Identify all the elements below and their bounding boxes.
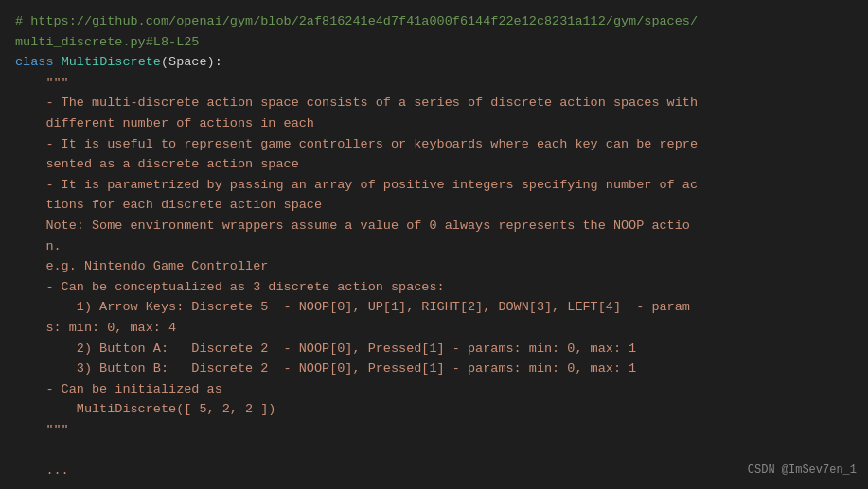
code-line-8: sented as a discrete action space	[15, 154, 853, 175]
code-line-23: ...	[15, 461, 853, 481]
code-line-3: class MultiDiscrete(Space):	[15, 52, 853, 73]
code-line-22	[15, 440, 853, 461]
code-line-9: - It is parametrized by passing an array…	[15, 175, 853, 196]
code-line-7: - It is useful to represent game control…	[15, 134, 853, 155]
code-line-5: - The multi-discrete action space consis…	[15, 93, 853, 114]
code-line-21: """	[15, 420, 853, 441]
code-line-10: tions for each discrete action space	[15, 195, 853, 216]
code-line-11: Note: Some environment wrappers assume a…	[15, 216, 853, 236]
code-line-1: # https://github.com/openai/gym/blob/2af…	[15, 11, 853, 32]
code-line-13: e.g. Nintendo Game Controller	[15, 256, 853, 277]
code-line-14: - Can be conceptualized as 3 discrete ac…	[15, 277, 853, 298]
code-line-4: """	[15, 73, 853, 94]
code-line-16: s: min: 0, max: 4	[15, 318, 853, 339]
code-container: # https://github.com/openai/gym/blob/2af…	[0, 0, 868, 489]
code-line-19: - Can be initialized as	[15, 379, 853, 400]
code-line-12: n.	[15, 236, 853, 257]
code-line-15: 1) Arrow Keys: Discrete 5 - NOOP[0], UP[…	[15, 297, 853, 318]
watermark: CSDN @ImSev7en_1	[748, 462, 857, 480]
code-line-2: multi_discrete.py#L8-L25	[15, 32, 853, 53]
code-line-17: 2) Button A: Discrete 2 - NOOP[0], Press…	[15, 339, 853, 359]
code-line-18: 3) Button B: Discrete 2 - NOOP[0], Press…	[15, 358, 853, 379]
code-line-20: MultiDiscrete([ 5, 2, 2 ])	[15, 399, 853, 420]
code-line-6: different number of actions in each	[15, 114, 853, 134]
